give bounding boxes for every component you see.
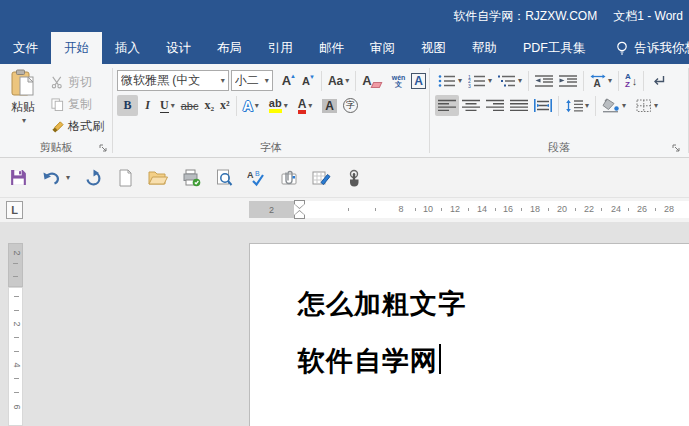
undo-dropdown-icon: ▾ [66, 173, 70, 182]
paste-button[interactable]: 粘贴 ▾ [0, 64, 46, 126]
decrease-indent-button[interactable] [532, 70, 556, 91]
paragraph-dialog-launcher[interactable] [671, 143, 682, 154]
format-painter-button[interactable]: 格式刷 [48, 115, 110, 137]
text-effects-dropdown-icon: ▾ [255, 101, 259, 110]
numbering-button[interactable]: 123 ▾ [465, 70, 495, 91]
document-line-2[interactable]: 软件自学网 [298, 344, 466, 376]
tab-design[interactable]: 设计 [153, 32, 204, 64]
horizontal-ruler[interactable] [294, 201, 689, 218]
clear-formatting-button[interactable]: A [359, 70, 374, 91]
character-border-button[interactable]: A [408, 70, 429, 91]
clipboard-dialog-launcher[interactable] [98, 143, 109, 154]
cut-button[interactable]: 剪切 [48, 71, 110, 93]
undo-button[interactable]: ▾ [42, 169, 70, 187]
align-center-icon [462, 99, 480, 112]
svg-text:A: A [594, 78, 601, 88]
ruler-number: 24 [611, 201, 621, 218]
tab-help[interactable]: 帮助 [459, 32, 510, 64]
tab-review[interactable]: 审阅 [357, 32, 408, 64]
attach-file-button[interactable] [280, 169, 298, 187]
ruler-number: 18 [530, 201, 540, 218]
tab-layout[interactable]: 布局 [204, 32, 255, 64]
spelling-check-button[interactable]: AB [247, 169, 266, 187]
tab-file[interactable]: 文件 [0, 32, 51, 64]
asian-layout-button[interactable]: A ▾ [587, 70, 615, 91]
shrink-font-button[interactable]: A ▼ [299, 70, 318, 91]
font-color-button[interactable]: A ▾ [295, 95, 316, 116]
tab-view[interactable]: 视图 [408, 32, 459, 64]
edit-table-button[interactable] [312, 169, 331, 187]
open-button[interactable] [148, 169, 168, 187]
copy-button[interactable]: 复制 [48, 93, 110, 115]
save-button[interactable] [9, 168, 28, 187]
copy-label: 复制 [68, 96, 92, 113]
distribute-button[interactable] [531, 95, 555, 116]
highlight-glyph: ab [269, 98, 282, 113]
tab-home[interactable]: 开始 [51, 32, 102, 64]
horizontal-ruler-row: L 2 8 10 12 14 16 18 20 22 24 26 28 [0, 198, 689, 222]
superscript-button[interactable]: x² [217, 95, 233, 116]
multilevel-list-button[interactable]: ▾ [495, 70, 525, 91]
tab-references[interactable]: 引用 [255, 32, 306, 64]
sort-button[interactable]: A Z ↓ [622, 70, 640, 91]
increase-indent-button[interactable] [556, 70, 580, 91]
tab-mailings[interactable]: 邮件 [306, 32, 357, 64]
touch-mode-button[interactable] [345, 169, 363, 187]
paste-dropdown-icon: ▾ [22, 116, 26, 125]
cut-label: 剪切 [68, 74, 92, 91]
show-hide-marks-button[interactable] [647, 70, 669, 91]
borders-button[interactable]: ▾ [633, 95, 661, 116]
underline-dropdown-icon: ▾ [171, 101, 175, 110]
open-folder-icon [148, 169, 168, 187]
character-border-glyph: A [411, 73, 426, 89]
tab-stop-selector[interactable]: L [6, 201, 23, 219]
text-effects-button[interactable]: A ▾ [240, 95, 262, 116]
hanging-indent-marker[interactable] [294, 210, 305, 219]
justify-button[interactable] [507, 95, 531, 116]
bullets-button[interactable]: ▾ [435, 70, 465, 91]
underline-button[interactable]: U ▾ [157, 95, 178, 116]
text-highlight-button[interactable]: ab ▾ [266, 95, 291, 116]
line-spacing-button[interactable]: ▾ [562, 95, 592, 116]
new-document-button[interactable] [116, 169, 134, 187]
align-left-button[interactable] [435, 95, 459, 116]
phonetic-guide-button[interactable]: wén 文 [389, 70, 409, 91]
borders-dropdown-icon: ▾ [654, 101, 658, 110]
first-line-indent-marker[interactable] [294, 200, 305, 209]
align-right-button[interactable] [483, 95, 507, 116]
tab-insert[interactable]: 插入 [102, 32, 153, 64]
grow-font-button[interactable]: A ▲ [279, 70, 299, 91]
tab-pdf-tools[interactable]: PDF工具集 [510, 32, 599, 64]
underline-glyph: U [160, 99, 169, 113]
font-group: 微软雅黑 (中文 ▾ 小二 ▾ A ▲ A ▼ Aa ▾ [113, 64, 429, 157]
font-size-combo[interactable]: 小二 ▾ [231, 70, 273, 91]
italic-button[interactable]: I [138, 95, 157, 116]
subscript-button[interactable]: x₂ [201, 95, 217, 116]
bold-button[interactable]: B [117, 95, 138, 116]
character-shading-button[interactable]: A [319, 95, 340, 116]
quick-print-button[interactable] [182, 169, 201, 187]
document-page[interactable]: 怎么加粗文字 软件自学网 [249, 243, 689, 426]
vertical-ruler[interactable]: 2 2 4 6 [8, 243, 23, 426]
font-size-value: 小二 [235, 72, 265, 89]
font-name-combo[interactable]: 微软雅黑 (中文 ▾ [117, 70, 229, 91]
italic-glyph: I [145, 98, 150, 113]
vertical-ruler-margin: 2 [8, 243, 23, 287]
change-case-button[interactable]: Aa ▾ [325, 70, 352, 91]
align-center-button[interactable] [459, 95, 483, 116]
font-group-label: 字体 [113, 140, 429, 155]
ruler-number: 8 [398, 201, 403, 218]
tell-me-box[interactable]: 告诉我你想 [604, 32, 689, 64]
document-line-1[interactable]: 怎么加粗文字 [298, 288, 466, 320]
touch-mode-icon [345, 169, 363, 187]
document-text[interactable]: 怎么加粗文字 软件自学网 [298, 288, 466, 376]
bold-glyph: B [123, 98, 131, 113]
strikethrough-button[interactable]: abc [178, 95, 202, 116]
redo-button[interactable] [84, 169, 102, 187]
enclose-characters-button[interactable]: 字 [340, 95, 361, 116]
print-preview-button[interactable] [215, 169, 233, 187]
paragraph-group-label: 段落 [430, 140, 688, 155]
ribbon: 粘贴 ▾ 剪切 复制 格式刷 [0, 64, 689, 158]
eraser-icon [370, 82, 382, 88]
shading-button[interactable]: ▾ [599, 95, 629, 116]
